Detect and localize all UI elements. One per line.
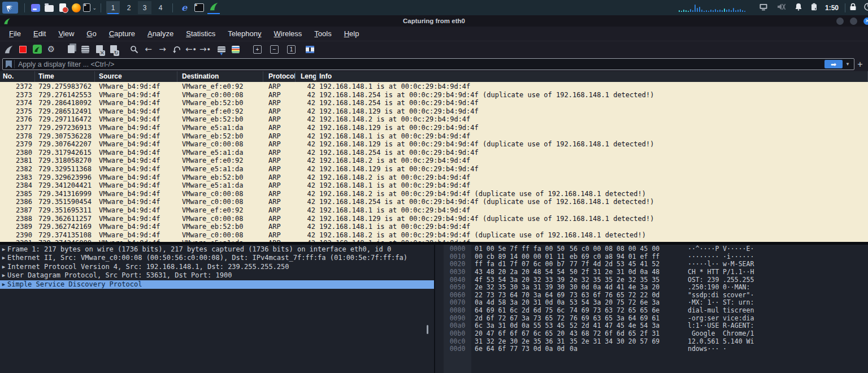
menu-statistics[interactable]: Statistics (180, 27, 222, 41)
menu-file[interactable]: File (3, 27, 27, 41)
notifications-icon[interactable] (795, 3, 802, 13)
zoom-out-button[interactable]: − (267, 42, 281, 57)
menu-tools[interactable]: Tools (308, 27, 337, 41)
detail-row[interactable]: ▶User Datagram Protocol, Src Port: 53631… (0, 271, 434, 280)
expand-arrow-icon[interactable]: ▶ (0, 263, 7, 271)
audio-muted-icon[interactable] (776, 3, 786, 13)
packet-row[interactable]: 2383729.329623996VMware_b4:9d:4fVMware_e… (0, 174, 868, 182)
detail-row[interactable]: ▶Internet Protocol Version 4, Src: 192.1… (0, 263, 434, 271)
column-header-source[interactable]: Source (95, 71, 177, 82)
expand-arrow-icon[interactable]: ▶ (0, 280, 7, 289)
stop-capture-button[interactable] (16, 42, 30, 57)
clock[interactable]: 1:50 (825, 4, 839, 12)
packet-row[interactable]: 2379729.307642207VMware_b4:9d:4fVMware_c… (0, 140, 868, 149)
expand-arrow-icon[interactable]: ▶ (0, 254, 7, 262)
go-back-button[interactable]: ← (141, 42, 155, 57)
menu-edit[interactable]: Edit (27, 27, 52, 41)
hex-row[interactable]: 00d06e 64 6f 77 73 0d 0a 0d0andows···· (435, 345, 868, 353)
text-editor-app[interactable] (56, 1, 70, 14)
packet-row[interactable]: 2387729.351695311VMware_b4:9d:4fVMware_e… (0, 206, 868, 215)
kali-menu[interactable] (2, 2, 18, 14)
bookmark-icon[interactable] (6, 60, 12, 68)
resize-columns-button[interactable] (303, 42, 317, 57)
terminal-launcher[interactable]: ⌄ (83, 1, 97, 14)
hex-row[interactable]: 003043 48 20 2a 20 48 54 5450 2f 31 2e 3… (435, 268, 868, 276)
close-button[interactable]: ✕ (863, 18, 868, 25)
zoom-100-button[interactable]: 1 (284, 42, 298, 57)
packet-row[interactable]: 2376729.297116472VMware_b4:9d:4fVMware_e… (0, 115, 868, 124)
packet-row[interactable]: 2380729.317942615VMware_b4:9d:4fVMware_e… (0, 149, 868, 157)
window-app[interactable] (29, 1, 42, 14)
detail-row[interactable]: ▶Frame 1: 217 bytes on wire (1736 bits),… (0, 245, 434, 254)
capture-options-button[interactable]: ⚙ (44, 42, 58, 57)
start-capture-button[interactable] (2, 42, 16, 57)
display-filter-input[interactable]: Apply a display filter ... <Ctrl-/> ➡ ▼ (2, 58, 854, 70)
hex-row[interactable]: 008064 69 61 6c 2d 6d 75 6c74 69 73 63 7… (435, 307, 868, 315)
packet-list[interactable]: 2372729.275983762VMware_b4:9d:4fVMware_e… (0, 82, 868, 242)
menu-help[interactable]: Help (338, 27, 366, 41)
find-packet-button[interactable] (127, 42, 141, 57)
column-header-protocol[interactable]: Protocol (263, 71, 296, 82)
expand-arrow-icon[interactable]: ▶ (0, 245, 7, 254)
column-header-destination[interactable]: Destination (177, 71, 263, 82)
detail-row[interactable]: ▶Ethernet II, Src: VMware_c0:00:08 (00:5… (0, 254, 434, 262)
save-file-button[interactable] (78, 42, 92, 57)
workspace-1[interactable]: 1 (106, 1, 120, 14)
menu-go[interactable]: Go (80, 27, 102, 41)
zoom-in-button[interactable]: + (250, 42, 264, 57)
go-forward-button[interactable]: → (155, 42, 170, 57)
details-scrollbar[interactable] (427, 325, 428, 334)
taskbar-wireshark-app[interactable] (206, 1, 221, 14)
packet-row[interactable]: 2378729.307536228VMware_b4:9d:4fVMware_e… (0, 132, 868, 141)
packet-row[interactable]: 2384729.341204421VMware_b4:9d:4fVMware_e… (0, 181, 868, 190)
hex-row[interactable]: 0020ff fa d1 7f 07 6c 00 b777 7f 4d 2d 5… (435, 261, 868, 268)
packet-details-pane[interactable]: ▶Frame 1: 217 bytes on wire (1736 bits),… (0, 245, 434, 373)
apply-filter-button[interactable]: ➡ (824, 60, 843, 68)
restart-capture-button[interactable] (30, 42, 44, 57)
close-file-button[interactable]: ✕ (92, 42, 106, 57)
packet-row[interactable]: 2385729.341316999VMware_b4:9d:4fVMware_c… (0, 190, 868, 198)
reload-file-button[interactable]: ↻ (106, 42, 120, 57)
auto-scroll-button[interactable]: ▼ (214, 42, 228, 57)
column-header-time[interactable]: Time (35, 71, 95, 82)
packet-row[interactable]: 2386729.351590454VMware_b4:9d:4fVMware_c… (0, 198, 868, 206)
packet-row[interactable]: 2377729.297236913VMware_b4:9d:4fVMware_e… (0, 124, 868, 132)
menu-capture[interactable]: Capture (103, 27, 141, 41)
minimize-button[interactable] (836, 18, 844, 25)
column-header-no[interactable]: No. (0, 71, 35, 82)
packet-bytes-pane[interactable]: 000001 00 5e 7f ff fa 00 5056 c0 00 08 0… (435, 245, 868, 373)
column-header-length[interactable]: Length (296, 71, 316, 82)
menu-wireless[interactable]: Wireless (268, 27, 309, 41)
colorize-button[interactable] (228, 42, 242, 57)
chevron-down-icon[interactable]: ⌄ (92, 5, 97, 11)
menu-analyze[interactable]: Analyze (141, 27, 180, 41)
display-icon[interactable] (759, 3, 768, 13)
menu-view[interactable]: View (52, 27, 80, 41)
taskbar-terminal-app[interactable] (192, 1, 206, 14)
hex-row[interactable]: 00902d 6f 72 67 3a 73 65 7276 69 63 65 3… (435, 315, 868, 323)
packet-row[interactable]: 2372729.275983762VMware_b4:9d:4fVMware_e… (0, 83, 868, 91)
firefox-app[interactable] (70, 1, 83, 14)
hex-row[interactable]: 00404f 53 54 3a 20 32 33 392e 32 35 35 2… (435, 276, 868, 284)
window-titlebar[interactable]: Capturing from eth0 ✕ (0, 15, 868, 27)
packet-row[interactable]: 2381729.318058270VMware_b4:9d:4fVMware_e… (0, 157, 868, 165)
hex-row[interactable]: 000001 00 5e 7f ff fa 00 5056 c0 00 08 0… (435, 245, 868, 253)
menu-telephony[interactable]: Telephony (222, 27, 267, 41)
column-header-info[interactable]: Info (316, 71, 868, 82)
detail-row[interactable]: ▶Simple Service Discovery Protocol (0, 280, 434, 289)
packet-row[interactable]: 2382729.329511368VMware_b4:9d:4fVMware_e… (0, 165, 868, 174)
taskbar-edge-app[interactable]: e (177, 1, 192, 14)
network-usage-graph[interactable] (679, 3, 745, 12)
packet-row[interactable]: 2389729.362742169VMware_b4:9d:4fVMware_e… (0, 223, 868, 231)
hex-row[interactable]: 00c031 32 2e 30 2e 35 36 3135 2e 31 34 3… (435, 338, 868, 346)
workspace-3[interactable]: 3 (138, 1, 151, 14)
hex-row[interactable]: 00a06c 3a 31 0d 0a 55 53 4552 2d 41 47 4… (435, 322, 868, 330)
hex-row[interactable]: 00700a 4d 58 3a 20 31 0d 0a53 54 3a 20 7… (435, 299, 868, 307)
files-app[interactable] (42, 1, 56, 14)
battery-icon[interactable] (811, 3, 817, 13)
maximize-button[interactable] (850, 18, 857, 25)
filter-dropdown-icon[interactable]: ▼ (845, 62, 850, 67)
packet-row[interactable]: 2373729.276142553VMware_b4:9d:4fVMware_c… (0, 91, 868, 99)
workspace-2[interactable]: 2 (122, 1, 136, 14)
go-to-packet-button[interactable] (170, 42, 184, 57)
